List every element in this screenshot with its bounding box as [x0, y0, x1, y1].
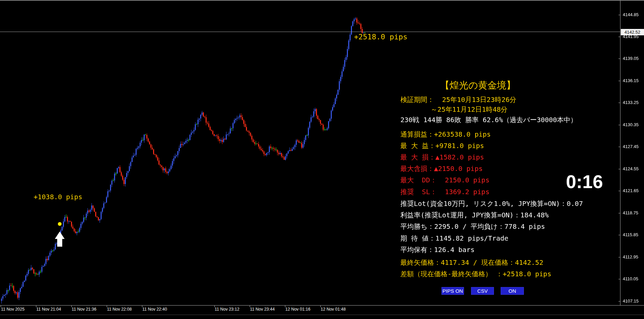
time-tick-label: 11 Nov 22:40 — [142, 307, 167, 312]
time-tick-label: 11 Nov 21:04 — [36, 307, 61, 312]
price-tick-label: 4144.85 — [623, 12, 639, 17]
time-tick-label: 11 Nov 23:12 — [215, 307, 239, 312]
price-tick-label: 4121.65 — [623, 188, 639, 193]
time-axis-line — [0, 305, 644, 306]
pips-annotation: +2518.0 pips — [354, 33, 407, 41]
pips-annotation: +1038.0 pips — [34, 193, 82, 201]
price-tick — [618, 169, 620, 169]
stats-line: ～25年11月12日1時48分 — [431, 105, 507, 114]
stats-line: 期 待 値：1145.82 pips/Trade — [400, 234, 508, 243]
stats-line: 利益率(推奨Lot運用, JPY換算=ON)：184.48% — [400, 211, 549, 220]
price-tick — [618, 37, 620, 37]
time-tick-label: 11 Nov 22:08 — [107, 307, 132, 312]
price-tick-label: 4107.15 — [623, 298, 639, 304]
mt4-chart-window: XAUUSD-cd,M1 4143.05 4143.64 4142.38 414… — [0, 0, 644, 319]
price-tick-label: 4139.05 — [623, 56, 639, 61]
price-tick — [618, 257, 620, 257]
stats-panel-title: 【煌光の黄金境】 — [440, 79, 516, 92]
stats-line: 最 大 損：▲1582.0 pips — [400, 153, 484, 162]
price-tick-label: 4127.45 — [623, 144, 639, 149]
price-tick — [618, 213, 620, 213]
price-tick — [618, 15, 620, 15]
entry-dot-icon — [58, 222, 62, 226]
price-tick-label: 4115.85 — [623, 232, 638, 237]
stats-line: 230戦 144勝 86敗 勝率 62.6%（過去バー30000本中） — [400, 115, 577, 125]
price-tick-label: 4130.35 — [623, 122, 639, 127]
price-tick — [618, 81, 620, 81]
stats-line: 最大含損：▲2150.0 pips — [400, 164, 483, 173]
price-tick — [618, 59, 620, 59]
panel-button-pips-on[interactable]: PIPS ON — [441, 287, 464, 295]
time-tick-label: 11 Nov 2025 — [1, 307, 25, 312]
price-tick-label: 4118.75 — [623, 210, 638, 215]
price-tick — [618, 191, 620, 191]
stats-line: 最終矢価格：4117.34 / 現在価格：4142.52 — [400, 258, 543, 267]
panel-button-csv[interactable]: CSV — [471, 287, 494, 295]
price-tick — [618, 235, 620, 235]
countdown-timer: 0:16 — [538, 171, 603, 192]
current-price-tag: 4142.52 — [621, 29, 644, 35]
bottom-separator — [0, 315, 644, 315]
stats-line: 最大 DD： 2150.0 pips — [400, 176, 490, 185]
price-tick — [618, 279, 620, 279]
price-tick-label: 4110.05 — [623, 276, 638, 281]
stats-line: 推奨Lot(資金10万円, リスク1.0%, JPY換算=ON)：0.07 — [400, 199, 583, 208]
price-tick — [618, 125, 620, 125]
price-tick-label: 4112.95 — [623, 254, 638, 259]
time-tick-label: 11 Nov 23:44 — [250, 307, 275, 312]
time-tick-label: 12 Nov 01:48 — [321, 307, 346, 312]
price-tick — [618, 301, 620, 302]
time-tick-label: 12 Nov 01:16 — [285, 307, 310, 312]
panel-button-on[interactable]: ON — [501, 287, 524, 295]
stats-line: 最 大 益：+9781.0 pips — [400, 141, 484, 150]
price-tick — [618, 147, 620, 147]
stats-line: 通算損益：+263538.0 pips — [400, 130, 491, 139]
stats-line: 平均勝ち：2295.0 / 平均負け：778.4 pips — [400, 222, 545, 231]
price-axis-line — [620, 1, 620, 306]
stats-line: 推奨 SL： 1369.2 pips — [400, 187, 490, 197]
time-tick-label: 11 Nov 21:36 — [72, 307, 96, 312]
stats-line: 検証期間： 25年10月13日23時26分 — [400, 95, 516, 104]
stats-line: 差額（現在価格-最終矢価格） ：+2518.0 pips — [400, 270, 551, 279]
price-tick — [618, 103, 620, 103]
price-tick-label: 4133.25 — [623, 100, 639, 105]
current-price-line — [0, 32, 620, 32]
price-tick-label: 4124.55 — [623, 166, 639, 171]
stats-line: 平均保有：126.4 bars — [400, 245, 474, 254]
price-tick-label: 4136.15 — [623, 78, 639, 83]
buy-arrow-icon — [54, 231, 66, 248]
